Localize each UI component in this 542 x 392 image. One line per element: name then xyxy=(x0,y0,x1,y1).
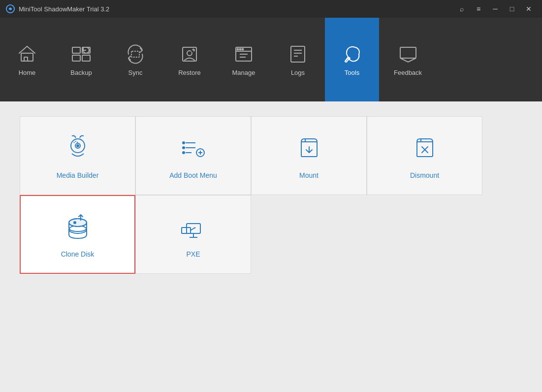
manage-icon xyxy=(233,43,255,65)
title-controls: ⌕ ≡ ─ □ ✕ xyxy=(454,2,536,15)
maximize-button[interactable]: □ xyxy=(505,2,519,15)
nav-item-logs[interactable]: Logs xyxy=(271,18,325,101)
tool-card-dismount[interactable]: Dismount xyxy=(367,116,482,195)
nav-item-restore[interactable]: Restore xyxy=(162,18,217,101)
nav-label-sync: Sync xyxy=(128,69,143,76)
clone-disk-icon xyxy=(62,211,94,242)
close-button[interactable]: ✕ xyxy=(521,2,536,15)
filler-1 xyxy=(251,195,367,274)
dismount-icon xyxy=(409,132,441,163)
tool-card-mount[interactable]: Mount xyxy=(251,116,367,195)
title-bar-left: MiniTool ShadowMaker Trial 3.2 xyxy=(6,4,109,13)
pxe-icon xyxy=(178,211,209,242)
feedback-icon xyxy=(397,43,419,65)
backup-icon xyxy=(70,43,92,65)
svg-line-53 xyxy=(193,228,195,229)
svg-rect-2 xyxy=(24,57,28,61)
nav-label-logs: Logs xyxy=(291,69,305,76)
media-builder-label: Media Builder xyxy=(57,171,99,179)
svg-rect-3 xyxy=(72,47,80,53)
svg-point-15 xyxy=(237,48,239,50)
nav-label-restore: Restore xyxy=(178,69,201,76)
nav-label-manage: Manage xyxy=(232,69,255,76)
nav-label-feedback: Feedback xyxy=(394,69,422,76)
svg-point-26 xyxy=(77,145,79,147)
pxe-label: PXE xyxy=(186,250,200,258)
nav-item-backup[interactable]: Backup xyxy=(54,18,108,101)
tool-card-clone-disk[interactable]: Clone Disk xyxy=(20,195,135,274)
svg-rect-6 xyxy=(82,55,90,61)
add-boot-menu-icon xyxy=(178,132,209,163)
svg-point-33 xyxy=(183,142,185,144)
tools-icon xyxy=(341,43,363,65)
app-title: MiniTool ShadowMaker Trial 3.2 xyxy=(19,5,109,13)
nav-item-feedback[interactable]: Feedback xyxy=(379,18,437,101)
sync-icon xyxy=(125,43,146,65)
tool-card-media-builder[interactable]: Media Builder xyxy=(20,116,135,195)
svg-point-9 xyxy=(187,51,192,56)
app-logo xyxy=(6,4,15,13)
nav-item-sync[interactable]: Sync xyxy=(108,18,162,101)
svg-rect-18 xyxy=(291,46,305,62)
svg-point-34 xyxy=(183,147,185,149)
restore-icon xyxy=(179,43,200,65)
home-icon xyxy=(16,43,38,65)
add-boot-menu-label: Add Boot Menu xyxy=(169,171,217,179)
nav-item-tools[interactable]: Tools xyxy=(325,18,379,101)
svg-point-44 xyxy=(74,222,76,224)
mount-label: Mount xyxy=(299,171,319,179)
main-content: Media Builder Add Boot Menu xyxy=(0,101,542,392)
svg-point-16 xyxy=(240,48,241,50)
search-button[interactable]: ⌕ xyxy=(454,2,469,15)
nav-label-home: Home xyxy=(19,69,36,76)
minimize-button[interactable]: ─ xyxy=(488,2,503,15)
tools-grid-row2: Clone Disk PXE xyxy=(20,195,482,274)
clone-disk-label: Clone Disk xyxy=(61,250,95,258)
svg-rect-5 xyxy=(72,55,80,61)
nav-bar: Home Backup Sync xyxy=(0,18,542,101)
nav-label-tools: Tools xyxy=(345,69,359,76)
svg-point-17 xyxy=(242,48,244,50)
media-builder-icon xyxy=(62,132,94,163)
tool-card-pxe[interactable]: PXE xyxy=(135,195,251,274)
svg-rect-23 xyxy=(400,47,416,58)
menu-button[interactable]: ≡ xyxy=(471,2,486,15)
logs-icon xyxy=(287,43,309,65)
nav-item-manage[interactable]: Manage xyxy=(217,18,271,101)
filler-2 xyxy=(367,195,482,274)
dismount-label: Dismount xyxy=(410,171,439,179)
tools-grid-row1: Media Builder Add Boot Menu xyxy=(20,116,482,195)
mount-icon xyxy=(293,132,325,163)
title-bar: MiniTool ShadowMaker Trial 3.2 ⌕ ≡ ─ □ ✕ xyxy=(0,0,542,18)
tool-card-add-boot-menu[interactable]: Add Boot Menu xyxy=(135,116,251,195)
nav-label-backup: Backup xyxy=(70,69,92,76)
svg-rect-7 xyxy=(131,51,139,57)
nav-item-home[interactable]: Home xyxy=(0,18,54,101)
svg-point-35 xyxy=(183,152,185,154)
